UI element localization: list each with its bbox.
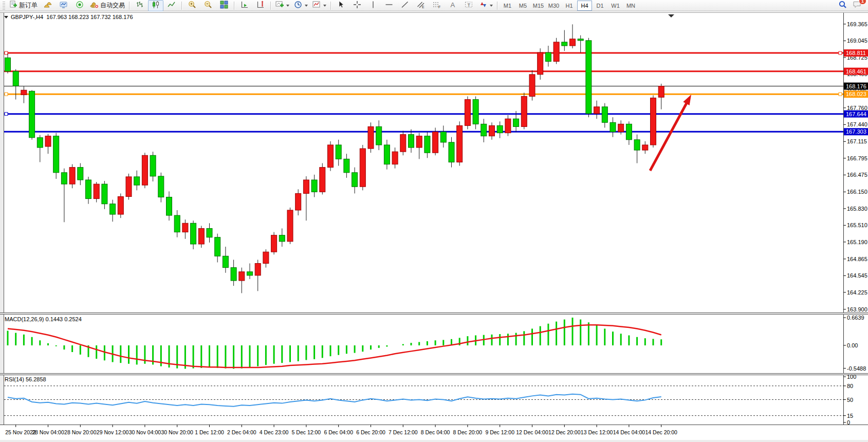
arrows-button[interactable] [477,0,495,11]
timeframe-H4[interactable]: H4 [577,1,592,11]
line-handle[interactable] [5,51,8,54]
separator [234,2,235,10]
chevron-down-icon [323,5,326,7]
svg-text:168.023: 168.023 [846,91,866,97]
timeframe-M15[interactable]: M15 [531,1,546,11]
line-handle[interactable] [839,51,842,54]
autotrading-label: 自动交易 [100,1,125,10]
candle-chart-mode-button[interactable] [148,0,163,11]
cursor-button[interactable] [334,0,349,11]
timeframe-M30[interactable]: M30 [546,1,561,11]
chart-window[interactable]: 169.365169.045168.725168.405168.085167.7… [0,12,868,442]
timeframe-H1[interactable]: H1 [562,1,577,11]
svg-text:100: 100 [847,374,856,380]
line-handle[interactable] [5,93,8,96]
svg-text:50: 50 [847,397,853,403]
timeframe-W1[interactable]: W1 [608,1,623,11]
chart-window-button[interactable] [56,0,71,11]
zoom-out-button[interactable] [200,0,216,11]
symbol-title: GBPJPY-,H4 167.963 168.223 167.732 168.1… [11,14,133,20]
timeframe-D1[interactable]: D1 [593,1,607,11]
text-icon: A [449,1,457,10]
bar-chart-icon [136,1,144,10]
svg-text:9 Dec 12:00: 9 Dec 12:00 [485,429,514,435]
line-handle[interactable] [5,113,8,116]
svg-text:165.830: 165.830 [847,206,867,212]
svg-text:168.461: 168.461 [846,68,866,75]
crosshair-button[interactable] [349,0,365,11]
svg-text:0: 0 [847,419,850,426]
tile-windows-button[interactable] [216,0,232,11]
svg-text:167.644: 167.644 [846,111,866,117]
macd-label: MACD(12,26,9) 0.1443 0.2524 [5,316,82,322]
svg-text:F: F [438,5,440,9]
svg-text:1 Dec 12:00: 1 Dec 12:00 [195,429,224,435]
separator [497,2,498,10]
vertical-line-button[interactable] [365,0,381,11]
bar-chart-mode-button[interactable] [132,0,147,11]
svg-text:5 Dec 12:00: 5 Dec 12:00 [292,429,321,435]
chevron-down-icon [305,5,308,7]
svg-text:164.865: 164.865 [847,256,867,262]
zoom-out-icon [204,1,212,10]
toolbar-grip[interactable] [3,2,5,10]
search-icon[interactable] [838,0,847,11]
chevron-down-icon [490,5,493,7]
svg-text:167.760: 167.760 [847,105,867,111]
chart-shift-button[interactable] [253,0,268,11]
periods-button[interactable] [292,0,310,11]
svg-text:169.365: 169.365 [847,21,867,27]
autotrading-icon [90,1,99,10]
timeframe-MN[interactable]: MN [623,1,638,11]
svg-text:14 Dec 04:00: 14 Dec 04:00 [613,429,645,435]
fibonacci-button[interactable]: F [429,0,445,11]
price-axis[interactable]: 169.365169.045168.725168.405168.085167.7… [843,21,868,312]
signal-button[interactable] [72,0,87,11]
svg-text:166.475: 166.475 [847,172,867,178]
equidistant-channel-button[interactable]: E [413,0,429,11]
indicators-button[interactable] [273,0,291,11]
gold-button[interactable] [40,0,56,11]
rsi-label: RSI(14) 56.2858 [5,376,46,382]
new-order-label: 新订单 [19,1,38,10]
notification-badge: 1 [859,0,866,5]
line-chart-mode-button[interactable] [164,0,179,11]
fibonacci-icon: F [433,1,441,10]
rsi-panel: 1008050150 [4,374,856,426]
autotrading-button[interactable]: 自动交易 [88,0,127,11]
separator [270,2,271,10]
new-order-button[interactable]: 新订单 [7,0,40,11]
clock-icon [294,1,302,10]
macd-panel: 0.66390.00-0.5488 [8,315,866,372]
text-button[interactable]: A [445,0,460,11]
svg-text:168.176: 168.176 [846,83,866,89]
auto-scroll-icon [241,1,249,10]
chart-shift-marker[interactable] [668,14,674,17]
horizontal-line-button[interactable] [381,0,397,11]
new-order-icon [9,1,17,10]
timeframe-M1[interactable]: M1 [500,1,515,11]
text-label-button[interactable]: T [461,0,476,11]
auto-scroll-button[interactable] [237,0,252,11]
timeframe-M5[interactable]: M5 [515,1,530,11]
zoom-in-icon [188,1,196,10]
trendline-button[interactable] [397,0,413,11]
svg-text:0.6639: 0.6639 [847,315,864,321]
svg-text:169.045: 169.045 [847,38,867,44]
time-axis[interactable]: 25 Nov 202228 Nov 04:0028 Nov 20:0029 No… [5,425,677,435]
templates-button[interactable] [310,0,328,11]
zoom-in-button[interactable] [184,0,200,11]
svg-text:12 Dec 04:00: 12 Dec 04:00 [516,429,548,435]
svg-text:167.115: 167.115 [847,138,867,144]
crosshair-icon [353,1,361,10]
svg-text:167.440: 167.440 [847,121,867,127]
gold-bars-icon [44,1,52,10]
notifications-button[interactable]: 1 [853,1,862,11]
rsi-line [8,394,661,407]
line-handle[interactable] [839,93,842,96]
svg-text:164.225: 164.225 [847,289,867,296]
trendline-icon [401,1,409,10]
symbol-dropdown-icon[interactable] [4,16,8,19]
svg-text:164.545: 164.545 [847,272,867,279]
chart-canvas[interactable]: 169.365169.045168.725168.405168.085167.7… [0,12,868,442]
